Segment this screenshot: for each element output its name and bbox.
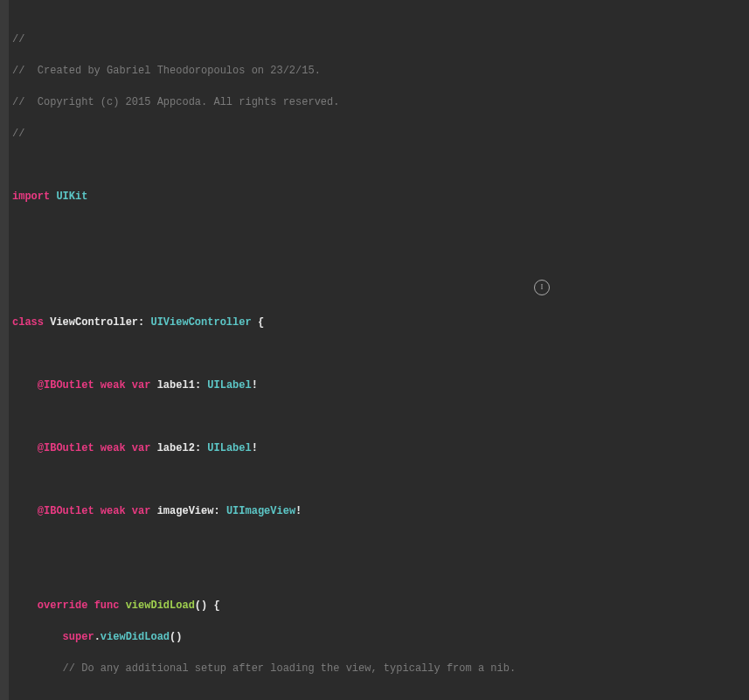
blank-line [12,220,749,236]
class-decl: class ViewController: UIViewController { [12,315,749,330]
inline-comment: // Do any additional setup after loading… [12,661,749,676]
import-line: import UIKit [12,189,749,204]
code-editor[interactable]: // // Created by Gabriel Theodoropoulos … [0,0,749,700]
func-decl: override func viewDidLoad() { [12,598,749,613]
blank-line [12,566,749,582]
editor-gutter [0,0,9,700]
outlet-decl: @IBOutlet weak var label1: UILabel! [12,378,749,393]
blank-line [12,346,749,362]
blank-line [12,535,749,551]
super-call: super.viewDidLoad() [12,629,749,645]
blank-line [12,252,749,267]
header-comment: // Created by Gabriel Theodoropoulos on … [12,63,749,79]
outlet-decl: @IBOutlet weak var imageView: UIImageVie… [12,503,749,519]
blank-line [12,283,749,299]
header-comment: // [12,31,749,47]
blank-line [12,157,749,173]
blank-line [12,692,749,700]
header-comment: // [12,126,749,142]
blank-line [12,472,749,488]
blank-line [12,409,749,425]
outlet-decl: @IBOutlet weak var label2: UILabel! [12,440,749,456]
header-comment: // Copyright (c) 2015 Appcoda. All right… [12,94,749,110]
